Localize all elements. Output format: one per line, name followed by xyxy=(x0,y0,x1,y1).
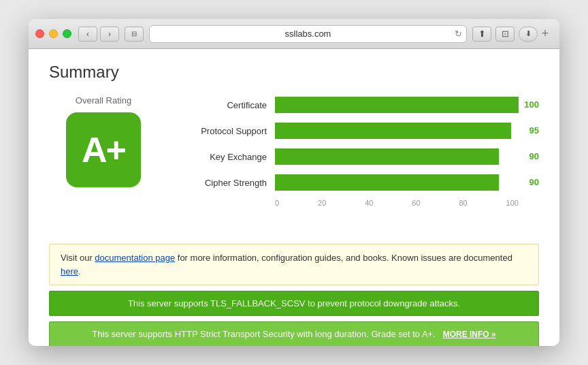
reader-button[interactable]: ⊟ xyxy=(125,27,144,42)
hsts-banner: This server supports HTTP Strict Transpo… xyxy=(49,321,539,346)
close-button[interactable] xyxy=(35,29,44,38)
info-text-after-link1: for more information, configuration guid… xyxy=(175,253,512,263)
content-area: Summary Overall Rating A+ Certificate xyxy=(29,49,559,346)
url-text: ssllabs.com xyxy=(285,29,331,39)
new-tab-icon: + xyxy=(542,27,549,41)
chart-row-certificate: Certificate 100 xyxy=(185,95,539,114)
grade-badge: A+ xyxy=(66,112,141,187)
share-button[interactable]: ⬆ xyxy=(472,27,491,42)
forward-button[interactable]: › xyxy=(100,27,119,42)
chart-value-protocol: 95 xyxy=(529,123,539,139)
maximize-button[interactable] xyxy=(63,29,71,38)
chart-axis: 0 20 40 60 80 100 xyxy=(275,199,539,207)
overall-rating-label: Overall Rating xyxy=(76,95,131,106)
forward-icon: › xyxy=(108,29,111,39)
chart-value-certificate: 100 xyxy=(524,97,539,113)
chart-row-protocol: Protocol Support 95 xyxy=(185,121,539,140)
chart-row-keyexchange: Key Exchange 90 xyxy=(185,147,539,166)
chart-bar-wrapper-keyexchange: 90 xyxy=(275,148,539,165)
chart-label-cipher: Cipher Strength xyxy=(185,178,267,188)
new-tab-button[interactable]: + xyxy=(538,27,553,42)
share-icon: ⬆ xyxy=(478,29,486,39)
chart-label-keyexchange: Key Exchange xyxy=(185,152,267,162)
hsts-text: This server supports HTTP Strict Transpo… xyxy=(92,329,435,339)
traffic-lights xyxy=(35,29,71,38)
info-text-after-link2: . xyxy=(78,266,81,276)
chart-bar-wrapper-certificate: 100 xyxy=(275,97,539,113)
axis-label-100: 100 xyxy=(506,199,519,207)
chart-bar-wrapper-cipher: 90 xyxy=(275,174,539,191)
chart-bar-wrapper-protocol: 95 xyxy=(275,123,539,139)
axis-label-80: 80 xyxy=(459,199,467,207)
here-link[interactable]: here xyxy=(61,266,78,276)
overall-rating-block: Overall Rating A+ xyxy=(49,95,158,187)
minimize-button[interactable] xyxy=(49,29,58,38)
axis-label-60: 60 xyxy=(412,199,420,207)
chart-row-cipher: Cipher Strength 90 xyxy=(185,173,539,192)
axis-label-40: 40 xyxy=(365,199,373,207)
tls-fallback-text: This server supports TLS_FALLBACK_SCSV t… xyxy=(128,298,460,308)
rating-section: Overall Rating A+ Certificate 10 xyxy=(49,95,539,227)
fullscreen-button[interactable]: ⊡ xyxy=(495,27,514,42)
page-title: Summary xyxy=(49,63,539,82)
download-button[interactable]: ⬇ xyxy=(519,27,538,42)
download-icon: ⬇ xyxy=(525,29,532,38)
info-banner: Visit our documentation page for more in… xyxy=(49,244,539,285)
grade-value: A+ xyxy=(82,129,125,170)
reader-icon: ⊟ xyxy=(131,30,137,37)
chart-value-cipher: 90 xyxy=(529,174,539,191)
back-icon: ‹ xyxy=(86,29,89,39)
browser-window: ‹ › ⊟ ssllabs.com ↻ ⬆ ⊡ ⬇ + xyxy=(29,19,559,346)
back-button[interactable]: ‹ xyxy=(78,27,97,42)
documentation-link[interactable]: documentation page xyxy=(95,253,175,263)
axis-label-20: 20 xyxy=(318,199,326,207)
chart-label-certificate: Certificate xyxy=(185,100,267,110)
chart-bar-cipher xyxy=(275,174,499,191)
chart-value-keyexchange: 90 xyxy=(529,148,539,165)
toolbar-right: ⬆ ⊡ ⬇ xyxy=(472,27,538,42)
tls-fallback-banner: This server supports TLS_FALLBACK_SCSV t… xyxy=(49,291,539,316)
chart-bar-keyexchange xyxy=(275,148,499,165)
fullscreen-icon: ⊡ xyxy=(502,29,509,39)
axis-label-0: 0 xyxy=(275,199,279,207)
address-bar[interactable]: ssllabs.com ↻ xyxy=(149,25,467,43)
chart-section: Certificate 100 Protocol Support xyxy=(185,95,539,227)
info-text-before-link1: Visit our xyxy=(61,253,95,263)
nav-buttons: ‹ › xyxy=(78,27,119,42)
chart-bar-protocol xyxy=(275,123,511,139)
chart-bar-certificate xyxy=(275,97,519,113)
more-info-link[interactable]: MORE INFO » xyxy=(443,330,496,339)
chart-container: Certificate 100 Protocol Support xyxy=(185,95,539,227)
chart-label-protocol: Protocol Support xyxy=(185,126,267,136)
title-bar: ‹ › ⊟ ssllabs.com ↻ ⬆ ⊡ ⬇ + xyxy=(29,19,559,49)
refresh-icon[interactable]: ↻ xyxy=(455,29,462,39)
